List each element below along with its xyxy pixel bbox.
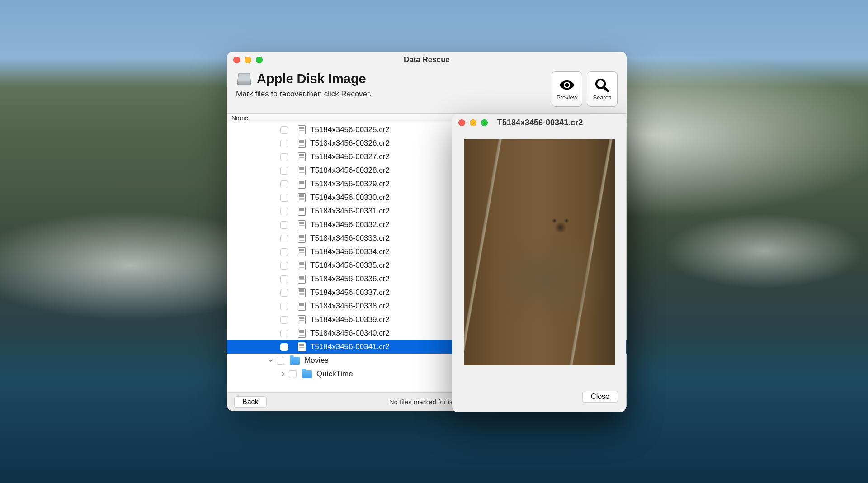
file-checkbox[interactable] (280, 289, 288, 297)
file-type-icon (298, 207, 306, 216)
file-checkbox[interactable] (280, 235, 288, 242)
file-name: T5184x3456-00333.cr2 (310, 234, 390, 243)
file-name: T5184x3456-00327.cr2 (310, 152, 390, 161)
file-checkbox[interactable] (280, 275, 288, 283)
back-button[interactable]: Back (234, 396, 267, 408)
file-name: T5184x3456-00332.cr2 (310, 220, 390, 229)
eye-icon (558, 78, 576, 92)
file-type-icon (298, 329, 306, 338)
file-checkbox[interactable] (280, 262, 288, 270)
file-type-icon (298, 180, 306, 189)
preview-window: T5184x3456-00341.cr2 Close (452, 114, 626, 412)
file-type-icon (298, 302, 306, 311)
file-type-icon (298, 193, 306, 202)
file-name: T5184x3456-00336.cr2 (310, 275, 390, 284)
file-name: T5184x3456-00329.cr2 (310, 180, 390, 189)
file-name: T5184x3456-00335.cr2 (310, 261, 390, 270)
file-name: T5184x3456-00325.cr2 (310, 125, 390, 134)
search-icon (594, 78, 611, 92)
svg-rect-0 (237, 82, 251, 85)
file-checkbox[interactable] (280, 126, 288, 134)
preview-zoom-window-button[interactable] (481, 119, 488, 126)
minimize-window-button[interactable] (245, 57, 251, 63)
file-name: T5184x3456-00337.cr2 (310, 288, 390, 297)
window-title: Data Rescue (227, 55, 627, 64)
file-checkbox[interactable] (280, 194, 288, 202)
file-checkbox[interactable] (280, 343, 288, 351)
disk-icon (236, 71, 252, 87)
file-checkbox[interactable] (280, 316, 288, 324)
file-type-icon (298, 166, 306, 175)
file-checkbox[interactable] (280, 153, 288, 161)
preview-traffic-lights (458, 119, 488, 126)
file-name: T5184x3456-00330.cr2 (310, 193, 390, 202)
preview-titlebar[interactable]: T5184x3456-00341.cr2 (452, 114, 626, 131)
file-checkbox[interactable] (280, 303, 288, 310)
folder-icon (290, 357, 300, 365)
file-type-icon (298, 139, 306, 148)
file-checkbox[interactable] (280, 221, 288, 229)
file-type-icon (298, 315, 306, 324)
close-window-button[interactable] (233, 57, 240, 63)
file-checkbox[interactable] (280, 180, 288, 188)
file-name: T5184x3456-00334.cr2 (310, 247, 390, 256)
search-button[interactable]: Search (587, 71, 618, 107)
preview-image-wrap (452, 131, 626, 391)
folder-name: Movies (304, 356, 329, 365)
preview-close-window-button[interactable] (458, 119, 465, 126)
preview-image (464, 139, 615, 365)
file-type-icon (298, 342, 306, 351)
search-button-label: Search (593, 94, 611, 101)
folder-checkbox[interactable] (289, 370, 297, 378)
titlebar[interactable]: Data Rescue (227, 52, 627, 68)
file-type-icon (298, 247, 306, 256)
preview-button-label: Preview (557, 94, 577, 101)
file-type-icon (298, 234, 306, 243)
file-checkbox[interactable] (280, 208, 288, 215)
header-area: Apple Disk Image Mark files to recover,t… (227, 68, 627, 113)
chevron-right-icon[interactable] (280, 371, 286, 377)
preview-button-row: Close (452, 391, 626, 412)
folder-checkbox[interactable] (277, 357, 284, 365)
file-name: T5184x3456-00328.cr2 (310, 166, 390, 175)
file-type-icon (298, 125, 306, 134)
file-name: T5184x3456-00339.cr2 (310, 315, 390, 324)
preview-window-title: T5184x3456-00341.cr2 (497, 118, 583, 128)
svg-line-3 (604, 87, 608, 91)
file-name: T5184x3456-00340.cr2 (310, 329, 390, 338)
file-checkbox[interactable] (280, 140, 288, 147)
file-checkbox[interactable] (280, 248, 288, 256)
file-type-icon (298, 275, 306, 284)
file-type-icon (298, 261, 306, 270)
header-title-row: Apple Disk Image (236, 71, 372, 87)
file-type-icon (298, 220, 306, 229)
folder-icon (302, 370, 312, 378)
page-title: Apple Disk Image (257, 71, 366, 86)
file-name: T5184x3456-00331.cr2 (310, 207, 390, 216)
traffic-lights (233, 57, 263, 63)
file-checkbox[interactable] (280, 330, 288, 337)
close-button[interactable]: Close (582, 391, 618, 402)
file-type-icon (298, 288, 306, 297)
toolbar-buttons: Preview Search (552, 71, 618, 107)
page-subtitle: Mark files to recover,then click Recover… (236, 90, 372, 99)
file-type-icon (298, 152, 306, 161)
zoom-window-button[interactable] (256, 57, 263, 63)
file-name: T5184x3456-00326.cr2 (310, 139, 390, 148)
preview-button[interactable]: Preview (552, 71, 582, 107)
file-name: T5184x3456-00338.cr2 (310, 302, 390, 311)
header-left: Apple Disk Image Mark files to recover,t… (236, 71, 372, 99)
chevron-down-icon[interactable] (268, 357, 274, 364)
file-name: T5184x3456-00341.cr2 (310, 342, 390, 351)
preview-minimize-window-button[interactable] (470, 119, 476, 126)
svg-point-1 (565, 83, 569, 87)
file-checkbox[interactable] (280, 167, 288, 175)
folder-name: QuickTime (316, 369, 353, 379)
